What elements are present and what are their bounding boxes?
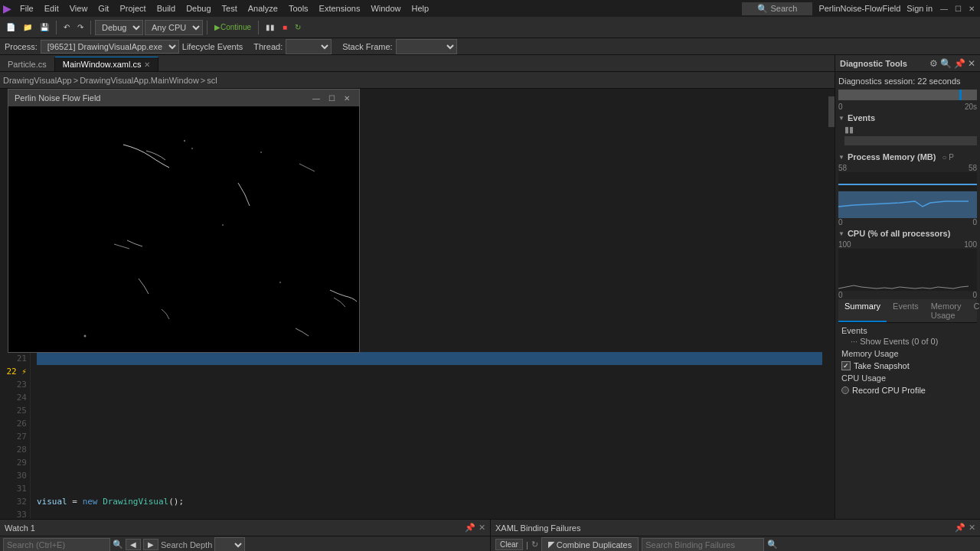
binding-clear-button[interactable]: Clear — [495, 539, 523, 550]
binding-search-input[interactable] — [642, 538, 764, 552]
menu-edit[interactable]: Edit — [40, 2, 64, 15]
redo-button[interactable]: ↷ — [74, 21, 87, 33]
watch-toolbar: 🔍 ◀ ▶ Search Depth — [0, 536, 490, 551]
memory-high-right: 58 — [969, 164, 977, 172]
watch-pin-icon[interactable]: 📌 — [465, 523, 475, 533]
events-pause-icon[interactable]: ▮▮ — [844, 125, 854, 134]
app-close-button[interactable]: ✕ — [341, 92, 353, 104]
stack-frame-label: Stack Frame: — [342, 42, 392, 51]
lifecycle-label: Lifecycle Events — [182, 42, 243, 51]
menu-git[interactable]: Git — [93, 2, 113, 15]
app-minimize-button[interactable]: ― — [310, 92, 322, 104]
memory-p-icon: ○ P — [942, 153, 954, 161]
tab-mainwindow[interactable]: MainWindow.xaml.cs ✕ — [55, 57, 159, 71]
undo-button[interactable]: ↶ — [60, 21, 73, 33]
diagnostic-tabs: Summary Events Memory Usage CPU ▶ — [838, 299, 977, 323]
menu-view[interactable]: View — [65, 2, 93, 15]
app-maximize-button[interactable]: ☐ — [325, 92, 338, 104]
thread-select[interactable] — [286, 39, 332, 54]
diag-tab-cpu[interactable]: CPU — [967, 299, 980, 322]
app-window[interactable]: Perlin Noise Flow Field ― ☐ ✕ — [8, 89, 360, 353]
watch-title: Watch 1 — [5, 523, 35, 533]
memory-chart — [838, 172, 977, 218]
events-section-header[interactable]: ▼ Events — [838, 111, 977, 125]
cpu-section-header[interactable]: ▼ CPU (% of all processors) — [838, 227, 977, 240]
search-bar[interactable]: 🔍 Search — [742, 2, 812, 15]
continue-button[interactable]: ▶ Continue — [211, 21, 254, 33]
combine-duplicates-button[interactable]: ◤ Combine Duplicates — [541, 537, 639, 551]
record-cpu-radio[interactable] — [841, 386, 849, 394]
menu-analyze[interactable]: Analyze — [243, 2, 283, 15]
tab-close-icon[interactable]: ✕ — [144, 60, 150, 69]
breadcrumb-sep-1: > — [74, 76, 78, 85]
cpu-low: 0 — [838, 291, 843, 299]
restart-button[interactable]: ↻ — [292, 21, 304, 33]
binding-search-icon[interactable]: 🔍 — [767, 540, 778, 549]
take-snapshot-row[interactable]: Take Snapshot — [841, 360, 974, 372]
diagnostic-header: Diagnostic Tools ⚙ 🔍 📌 ✕ — [835, 55, 980, 72]
binding-toolbar: Clear | ↻ ◤ Combine Duplicates 🔍 — [491, 536, 980, 551]
diagnostic-session: Diagnostics session: 22 seconds — [838, 75, 977, 87]
open-button[interactable]: 📁 — [20, 21, 35, 33]
binding-close-icon[interactable]: ✕ — [969, 523, 975, 533]
menu-test[interactable]: Test — [217, 2, 242, 15]
line-num: 26 — [3, 417, 27, 430]
window-controls: ― ☐ ✕ — [939, 3, 977, 14]
stack-frame-select[interactable] — [396, 39, 457, 54]
diag-pin-icon[interactable]: 📌 — [954, 58, 965, 69]
watch-search-icon[interactable]: 🔍 — [113, 540, 123, 549]
maximize-button[interactable]: ☐ — [952, 3, 963, 14]
breadcrumb-app: DrawingVisualApp — [3, 76, 72, 85]
diag-tab-memory[interactable]: Memory Usage — [925, 299, 968, 322]
watch-depth-select[interactable] — [214, 537, 245, 552]
menu-file[interactable]: File — [15, 2, 38, 15]
diag-search-icon[interactable]: 🔍 — [940, 58, 952, 69]
diag-tab-summary[interactable]: Summary — [838, 299, 887, 322]
menu-window[interactable]: Window — [366, 2, 405, 15]
close-button[interactable]: ✕ — [966, 3, 977, 14]
tab-particle[interactable]: Particle.cs — [0, 57, 55, 71]
take-snapshot-checkbox[interactable] — [841, 361, 851, 370]
sign-in[interactable]: Sign in — [906, 4, 933, 13]
binding-pin-icon[interactable]: 📌 — [955, 523, 965, 533]
stop-button[interactable]: ■ — [279, 21, 290, 33]
watch-header: Watch 1 📌 ✕ — [0, 520, 490, 536]
cpu-select[interactable]: Any CPU — [145, 20, 203, 35]
watch-search-input[interactable] — [3, 538, 110, 552]
app-canvas — [8, 106, 359, 352]
menu-tools[interactable]: Tools — [284, 2, 313, 15]
main-layout: Particle.cs MainWindow.xaml.cs ✕ Drawing… — [0, 55, 980, 519]
editor-scrollbar[interactable] — [828, 89, 835, 519]
diag-close-icon[interactable]: ✕ — [968, 58, 975, 69]
watch-close-icon[interactable]: ✕ — [479, 523, 485, 533]
process-label: Process: — [5, 42, 38, 51]
code-line — [37, 482, 822, 495]
code-line — [37, 508, 822, 519]
scrollbar-thumb[interactable] — [828, 96, 835, 127]
particle-canvas — [8, 106, 359, 352]
line-num: 31 — [3, 482, 27, 495]
save-button[interactable]: 💾 — [37, 21, 52, 33]
binding-refresh-icon[interactable]: ↻ — [531, 540, 538, 549]
menu-help[interactable]: Help — [407, 2, 434, 15]
watch-nav-fwd-button[interactable]: ▶ — [143, 539, 158, 550]
menu-build[interactable]: Build — [152, 2, 180, 15]
watch-nav-back-button[interactable]: ◀ — [126, 539, 141, 550]
menu-project[interactable]: Project — [115, 2, 150, 15]
diag-settings-icon[interactable]: ⚙ — [929, 58, 938, 69]
menu-extensions[interactable]: Extensions — [315, 2, 365, 15]
memory-low-row: 0 0 — [838, 218, 977, 227]
app-window-title-text: Perlin Noise Flow Field — [15, 93, 310, 103]
memory-section-header[interactable]: ▼ Process Memory (MB) ○ P — [838, 150, 977, 164]
new-file-button[interactable]: 📄 — [3, 21, 18, 33]
minimize-button[interactable]: ― — [939, 3, 949, 14]
menu-debug[interactable]: Debug — [181, 2, 215, 15]
memory-label-row: 58 58 — [838, 164, 977, 172]
record-cpu-row[interactable]: Record CPU Profile — [841, 384, 974, 396]
diag-tab-events[interactable]: Events — [887, 299, 925, 322]
events-controls: ▮▮ — [838, 125, 977, 150]
debug-mode-select[interactable]: Debug — [95, 20, 143, 35]
cpu-chart-container: 100 100 0 0 — [838, 240, 977, 299]
process-select[interactable]: [96521] DrawingVisualApp.exe — [41, 40, 179, 54]
pause-button[interactable]: ▮▮ — [263, 21, 278, 33]
